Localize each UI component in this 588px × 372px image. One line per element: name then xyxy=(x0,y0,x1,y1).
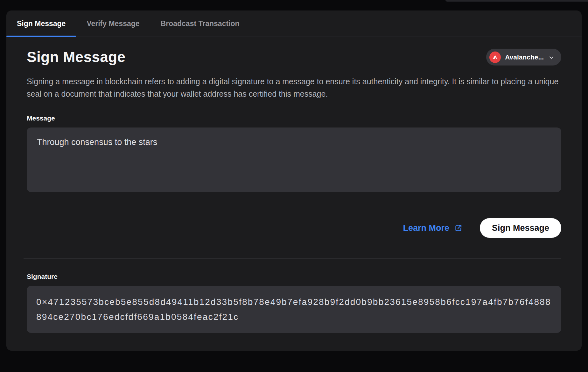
tab-bar: Sign Message Verify Message Broadcast Tr… xyxy=(6,10,582,37)
signature-label: Signature xyxy=(27,273,561,280)
actions-row: Learn More Sign Message xyxy=(27,218,561,238)
chevron-down-icon xyxy=(548,53,555,61)
tab-verify-message[interactable]: Verify Message xyxy=(76,10,150,37)
top-window-edge xyxy=(445,0,588,2)
tab-broadcast-transaction[interactable]: Broadcast Transaction xyxy=(150,10,250,37)
tab-panel-sign-message: Sign Message Avalanche... xyxy=(6,48,582,333)
learn-more-label: Learn More xyxy=(403,223,449,233)
tab-label: Sign Message xyxy=(17,19,66,28)
external-link-icon xyxy=(454,224,463,232)
network-selector-dropdown[interactable]: Avalanche... xyxy=(486,49,561,65)
description-text: Signing a message in blockchain refers t… xyxy=(27,75,561,100)
sign-message-button[interactable]: Sign Message xyxy=(480,218,561,238)
page-title: Sign Message xyxy=(27,48,125,66)
section-divider xyxy=(24,258,561,258)
header-row: Sign Message Avalanche... xyxy=(27,48,561,66)
sign-message-card: Sign Message Verify Message Broadcast Tr… xyxy=(6,10,582,351)
message-label: Message xyxy=(27,114,561,122)
avalanche-logo-icon xyxy=(489,52,501,63)
tab-label: Verify Message xyxy=(87,19,139,28)
tab-sign-message[interactable]: Sign Message xyxy=(6,10,76,37)
network-name-label: Avalanche... xyxy=(505,53,544,61)
tab-label: Broadcast Transaction xyxy=(161,19,240,28)
learn-more-link[interactable]: Learn More xyxy=(403,223,463,233)
signature-output[interactable]: 0×471235573bceb5e855d8d49411b12d33b5f8b7… xyxy=(27,286,561,333)
message-input[interactable]: Through consensus to the stars xyxy=(27,127,561,192)
